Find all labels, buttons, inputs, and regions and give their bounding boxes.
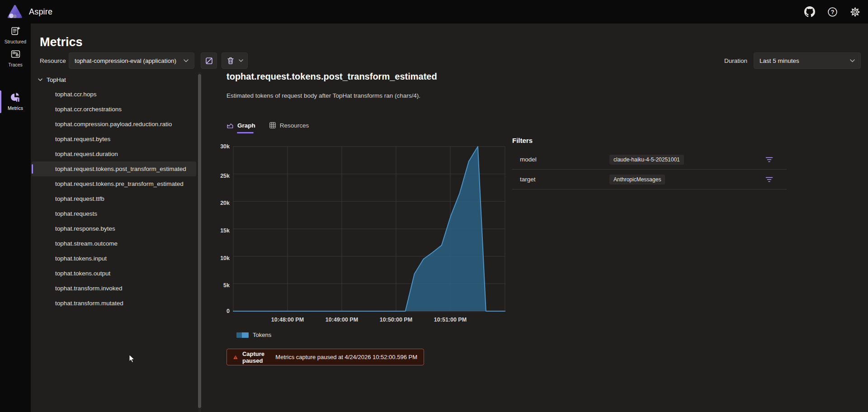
tab-label: Graph [237,122,255,129]
sidebar-item-metrics[interactable]: Metrics [0,92,31,111]
tree-item-label: tophat.tokens.input [55,255,107,262]
trash-icon [226,57,235,65]
tree-item[interactable]: tophat.transform.mutated [32,296,196,311]
metric-name: tophat.request.tokens.post_transform_est… [226,71,437,82]
tree-item-label: tophat.ccr.hops [55,91,97,98]
scrollbar-thumb[interactable] [198,74,201,408]
filter-value-pill: claude-haiku-4-5-20251001 [609,155,684,165]
x-tick: 10:48:00 PM [271,317,304,323]
metrics-icon [10,92,21,103]
top-bar: Aspire ? [0,0,868,24]
settings-button[interactable] [849,6,861,18]
sidebar-item-structured[interactable]: Structured [0,26,31,44]
y-tick: 20k [220,200,230,206]
tree-item-label: tophat.transform.invoked [55,285,123,292]
github-button[interactable] [804,6,816,18]
resource-label: Resource [40,52,66,69]
github-icon [804,6,815,17]
nav-rail: Structured Traces Metrics [0,24,31,412]
tree-scrollbar[interactable] [198,72,201,412]
aspire-logo-icon [7,4,23,20]
tree-group-label: TopHat [47,76,66,83]
warning-icon [233,354,238,361]
tree-item-label: tophat.transform.mutated [55,300,123,307]
chevron-down-icon [184,59,189,62]
tree-item[interactable]: tophat.stream.outcome [32,236,196,251]
y-tick: 10k [220,255,230,261]
tree-item[interactable]: tophat.compression.payload.reduction.rat… [32,117,196,132]
tree-item[interactable]: tophat.transform.invoked [32,281,196,296]
metric-description: Estimated tokens of request body after T… [226,92,420,99]
tree-group-tophat[interactable]: TopHat [31,72,197,87]
resource-select[interactable]: tophat-compression-eval (application) [69,52,194,69]
chevron-down-icon [850,59,855,62]
selected-indicator [32,164,33,174]
banner-message: Metrics capture paused at 4/24/2026 10:5… [275,354,417,360]
page-title: Metrics [40,35,83,49]
chevron-down-icon[interactable] [239,59,243,62]
filter-row-model: model claude-haiku-4-5-20251001 [512,150,787,170]
app-title: Aspire [29,0,52,24]
tree-item[interactable]: tophat.request.ttfb [32,191,196,206]
pause-slash-icon [205,57,213,65]
tab-graph[interactable]: Graph [226,118,255,133]
tree-item-label: tophat.tokens.output [55,270,110,277]
tree-item[interactable]: tophat.ccr.hops [32,87,196,102]
tree-item-selected[interactable]: tophat.request.tokens.post_transform_est… [32,161,196,176]
tab-resources[interactable]: Resources [269,118,309,133]
tree-item-label: tophat.requests [55,210,97,217]
tree-item[interactable]: tophat.requests [32,206,196,221]
filter-lines-icon[interactable] [765,157,773,162]
duration-select[interactable]: Last 5 minutes [754,52,861,69]
tree-item-label: tophat.stream.outcome [55,240,118,247]
resources-grid-icon [269,122,276,129]
tree-item-label: tophat.request.duration [55,151,118,157]
tree-item[interactable]: tophat.tokens.input [32,251,196,266]
y-tick: 30k [220,143,230,150]
sidebar-item-label: Traces [0,62,31,67]
aspire-dashboard: Aspire ? [0,0,868,412]
filter-row-target: target AnthropicMessages [512,170,787,189]
mouse-cursor [129,354,136,364]
filters-panel: Filters model claude-haiku-4-5-20251001 … [512,136,787,189]
legend-item-tokens[interactable]: Tokens [236,331,271,338]
y-tick: 5k [223,282,230,289]
tree-item[interactable]: tophat.request.duration [32,147,196,161]
tab-label: Resources [280,122,309,129]
active-nav-indicator [0,90,1,113]
help-button[interactable]: ? [826,6,838,18]
metrics-chart[interactable]: 0 5k 10k 15k 20k 25k 30k 10:48:00 PM 10:… [217,136,515,326]
pause-metrics-button[interactable] [201,52,217,69]
structured-logs-icon [10,26,21,36]
filters-title: Filters [512,137,787,144]
filter-lines-icon[interactable] [765,177,773,182]
x-tick: 10:49:00 PM [326,317,358,323]
tree-item-label: tophat.compression.payload.reduction.rat… [55,121,172,128]
legend-swatch [236,332,249,338]
sidebar-item-traces[interactable]: Traces [0,49,31,67]
tree-item[interactable]: tophat.tokens.output [32,266,196,281]
tree-item-label: tophat.request.bytes [55,136,110,142]
resource-select-value: tophat-compression-eval (application) [75,57,176,64]
clear-metrics-split-button[interactable] [222,52,248,69]
tree-item-label: tophat.request.tokens.post_transform_est… [55,166,186,172]
filter-value-pill: AnthropicMessages [609,175,665,185]
capture-paused-banner: Capture paused Metrics capture paused at… [226,349,424,365]
graph-icon [226,122,234,129]
tree-item[interactable]: tophat.response.bytes [32,221,196,236]
metric-tabs: Graph Resources [226,118,309,133]
tree-item[interactable]: tophat.request.bytes [32,132,196,147]
tree-item-label: tophat.ccr.orchestrations [55,106,122,113]
filter-label: target [520,176,609,183]
help-icon: ? [827,7,838,17]
legend-label: Tokens [253,331,271,338]
tree-item-label: tophat.request.tokens.pre_transform_esti… [55,180,184,187]
x-tick: 10:51:00 PM [434,317,467,323]
tree-item[interactable]: tophat.request.tokens.pre_transform_esti… [32,176,196,191]
tree-item-label: tophat.response.bytes [55,225,115,232]
x-tick: 10:50:00 PM [380,317,412,323]
banner-title: Capture paused [242,350,268,364]
duration-select-value: Last 5 minutes [760,57,799,64]
metric-tree: TopHat tophat.ccr.hops tophat.ccr.orches… [31,72,197,311]
tree-item[interactable]: tophat.ccr.orchestrations [32,102,196,117]
